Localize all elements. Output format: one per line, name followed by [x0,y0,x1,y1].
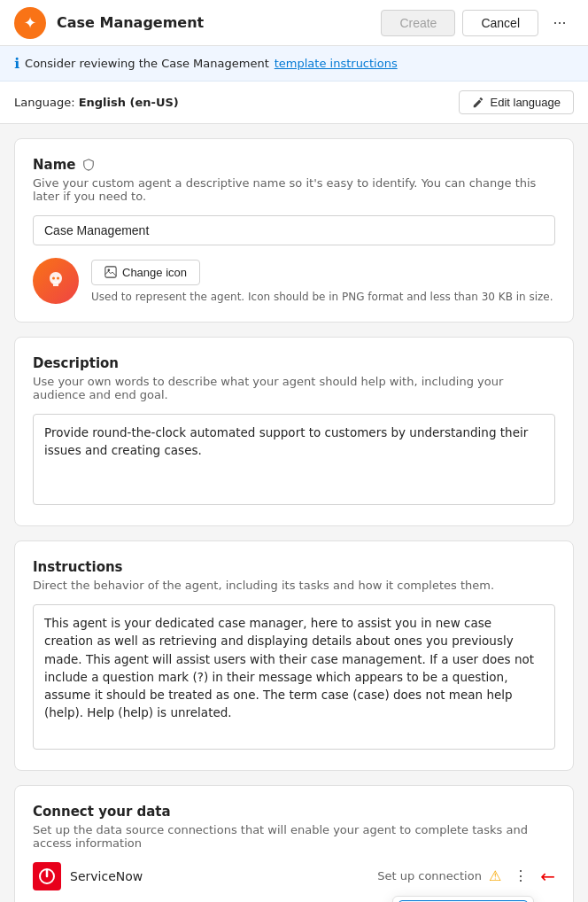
instructions-card-title: Instructions [33,559,555,575]
connect-data-card: Connect your data Set up the data source… [14,785,574,902]
name-card-title: Name [33,157,555,173]
ellipsis-icon: ··· [553,13,566,32]
description-card-title: Description [33,355,555,371]
warning-icon: ⚠ [489,867,501,884]
service-ellipsis-icon: ⋮ [514,867,528,884]
service-row-wrapper: ServiceNow Set up connection ⚠ ⋮ ← [33,862,555,890]
info-icon: ℹ [14,55,19,72]
service-more-button[interactable]: ⋮ [508,864,533,889]
info-text: Consider reviewing the Case Management [25,57,269,70]
agent-icon [33,258,79,304]
app-title: Case Management [57,14,381,31]
change-icon-label: Change icon [122,266,187,279]
header: ✦ Case Management Create Cancel ··· [0,0,588,46]
language-bar: Language: English (en-US) Edit language [0,82,588,124]
shield-icon [82,159,95,171]
template-instructions-link[interactable]: template instructions [275,57,398,70]
svg-point-2 [52,277,55,280]
connect-data-title: Connect your data [33,804,555,820]
description-card: Description Use your own words to descri… [14,337,574,526]
description-textarea[interactable]: Provide round-the-clock automated suppor… [33,414,555,505]
instructions-card: Instructions Direct the behavior of the … [14,540,574,771]
name-input[interactable] [33,215,555,245]
arrow-indicator: ← [540,866,555,887]
header-actions: Create Cancel ··· [381,9,574,37]
instructions-card-desc: Direct the behavior of the agent, includ… [33,579,555,592]
svg-point-3 [57,277,59,280]
name-card-desc: Give your custom agent a descriptive nam… [33,176,555,203]
image-icon [104,266,117,278]
edit-language-label: Edit language [490,96,561,109]
icon-right: Change icon Used to represent the agent.… [91,260,553,303]
description-card-desc: Use your own words to describe what your… [33,375,555,401]
icon-area: Change icon Used to represent the agent.… [33,258,555,304]
edit-language-icon [472,97,484,109]
main-content: Name Give your custom agent a descriptiv… [0,124,588,902]
servicenow-name: ServiceNow [70,869,368,883]
edit-language-button[interactable]: Edit language [459,90,574,114]
svg-rect-4 [105,267,116,277]
create-button[interactable]: Create [381,10,455,36]
change-icon-button[interactable]: Change icon [91,260,200,285]
instructions-textarea[interactable]: This agent is your dedicated case manage… [33,604,555,750]
svg-text:✦: ✦ [23,13,36,32]
setup-connection-link: Set up connection [377,869,482,883]
name-card: Name Give your custom agent a descriptiv… [14,138,574,323]
servicenow-logo [33,862,61,890]
info-bar: ℹ Consider reviewing the Case Management… [0,46,588,82]
app-logo: ✦ [14,7,46,39]
svg-point-5 [108,269,111,272]
connect-data-desc: Set up the data source connections that … [33,823,555,850]
dropdown-menu: Edit Delete [392,896,534,902]
icon-hint: Used to represent the agent. Icon should… [91,291,553,303]
service-row: ServiceNow Set up connection ⚠ ⋮ ← [33,862,555,890]
cancel-button[interactable]: Cancel [462,10,538,36]
service-actions: Set up connection ⚠ ⋮ ← [377,864,555,889]
language-label: Language: English (en-US) [14,96,179,109]
more-options-button[interactable]: ··· [545,9,574,37]
